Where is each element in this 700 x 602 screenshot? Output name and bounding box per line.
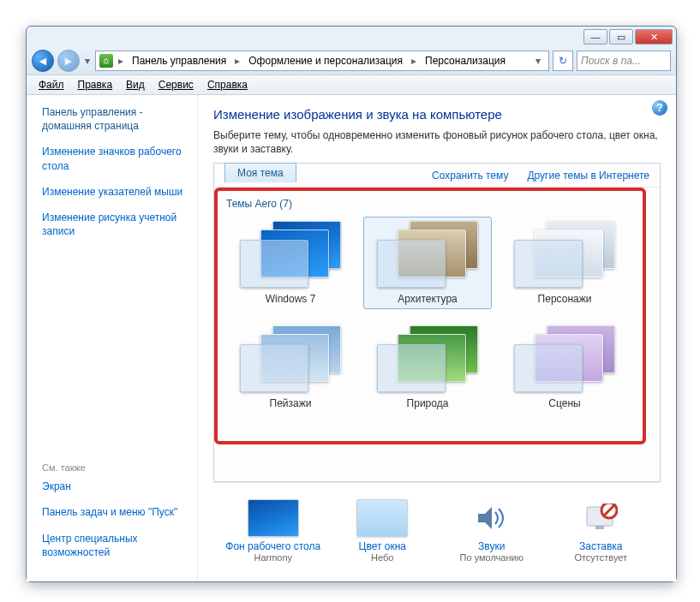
window-color-thumb [356,499,408,537]
theme-thumbnail [377,221,478,288]
my-theme-tab[interactable]: Моя тема [224,163,296,182]
screensaver-item[interactable]: Заставка Отсутствует [550,499,651,563]
theme-windows7[interactable]: Windows 7 [226,217,355,309]
window-color-value: Небо [371,552,393,563]
refresh-button[interactable]: ↻ [553,51,573,71]
window-color-item[interactable]: Цвет окна Небо [332,499,433,563]
themes-top-bar: Моя тема Сохранить тему Другие темы в Ин… [214,164,660,188]
sidebar-link-mouse-pointers[interactable]: Изменение указателей мыши [42,185,187,199]
theme-label: Архитектура [398,293,458,305]
forward-button[interactable]: ► [57,50,80,72]
desktop-background-value: Harmony [254,552,292,563]
theme-label: Персонажи [538,293,592,305]
menubar: Файл Правка Вид Сервис Справка [27,75,676,95]
theme-label: Природа [407,397,449,409]
svg-rect-2 [595,526,604,529]
menu-view[interactable]: Вид [121,77,150,92]
menu-file[interactable]: Файл [33,77,69,92]
close-button[interactable]: ✕ [635,29,673,45]
desktop-background-thumb [248,499,299,537]
theme-architecture[interactable]: Архитектура [363,217,492,309]
sidebar-home-link[interactable]: Панель управления - домашняя страница [42,105,187,133]
sidebar-link-desktop-icons[interactable]: Изменение значков рабочего стола [42,145,187,172]
body: Панель управления - домашняя страница Из… [27,95,676,581]
window-color-label: Цвет окна [359,540,406,552]
chevron-right-icon: ▸ [115,55,127,67]
theme-landscapes[interactable]: Пейзажи [226,321,355,414]
navbar: ◄ ► ▾ ⛭ ▸ Панель управления ▸ Оформление… [27,47,676,75]
desktop-background-label: Фон рабочего стола [225,540,320,552]
aero-group-label: Темы Aero (7) [221,194,653,217]
nav-dropdown-icon[interactable]: ▾ [83,55,92,67]
menu-edit[interactable]: Правка [73,77,118,92]
maximize-button[interactable]: ▭ [609,29,633,45]
minimize-button[interactable]: — [583,29,607,45]
save-theme-link[interactable]: Сохранить тему [432,170,508,182]
chevron-right-icon: ▸ [408,55,420,67]
page-title: Изменение изображения и звука на компьют… [213,107,661,122]
sidebar-link-account-picture[interactable]: Изменение рисунка учетной записи [42,211,187,238]
theme-nature[interactable]: Природа [363,321,492,414]
back-button[interactable]: ◄ [32,50,54,72]
more-themes-link[interactable]: Другие темы в Интернете [527,170,649,182]
theme-thumbnail [514,325,615,392]
sounds-item[interactable]: Звуки По умолчанию [441,499,542,563]
main-panel: ? Изменение изображения и звука на компь… [198,95,676,581]
breadcrumb-seg-1[interactable]: Панель управления [129,53,230,69]
sidebar-seealso-header: См. также [42,462,187,473]
chevron-right-icon: ▸ [231,55,243,67]
screensaver-value: Отсутствует [574,552,627,563]
theme-characters[interactable]: Персонажи [500,217,629,309]
svg-marker-0 [478,507,492,529]
screensaver-label: Заставка [579,540,623,552]
theme-label: Windows 7 [266,293,316,305]
breadcrumb-seg-2[interactable]: Оформление и персонализация [245,53,406,69]
theme-label: Сцены [548,397,580,409]
themes-scroll[interactable]: Темы Aero (7) Windows 7 [214,188,660,481]
sounds-value: По умолчанию [460,552,524,563]
help-icon[interactable]: ? [652,100,667,116]
breadcrumb[interactable]: ⛭ ▸ Панель управления ▸ Оформление и пер… [95,51,549,71]
breadcrumb-dropdown-icon[interactable]: ▾ [531,55,545,67]
page-description: Выберите тему, чтобы одновременно измени… [213,128,661,156]
window-frame: — ▭ ✕ ◄ ► ▾ ⛭ ▸ Панель управления ▸ Офор… [26,26,677,582]
sidebar: Панель управления - домашняя страница Из… [27,95,198,581]
theme-grid: Windows 7 Архитектура [221,217,653,422]
sidebar-link-accessibility[interactable]: Центр специальных возможностей [42,532,187,559]
theme-scenes[interactable]: Сцены [500,321,629,414]
desktop-background-item[interactable]: Фон рабочего стола Harmony [223,499,324,563]
sounds-label: Звуки [478,540,505,552]
search-input[interactable]: Поиск в па... [577,51,671,71]
themes-pane: Моя тема Сохранить тему Другие темы в Ин… [213,163,661,482]
theme-thumbnail [240,221,341,288]
theme-thumbnail [514,221,615,288]
theme-thumbnail [240,325,341,392]
bottom-row: Фон рабочего стола Harmony Цвет окна Неб… [213,482,661,575]
control-panel-icon: ⛭ [99,54,113,68]
sidebar-link-taskbar[interactable]: Панель задач и меню "Пуск" [42,505,187,519]
theme-thumbnail [377,325,478,392]
screensaver-icon [575,499,626,537]
breadcrumb-seg-3[interactable]: Персонализация [422,53,509,69]
sounds-icon [466,499,518,537]
theme-label: Пейзажи [270,397,312,409]
menu-tools[interactable]: Сервис [153,77,199,92]
sidebar-link-display[interactable]: Экран [42,480,187,493]
titlebar: — ▭ ✕ [27,27,676,47]
menu-help[interactable]: Справка [202,77,253,92]
